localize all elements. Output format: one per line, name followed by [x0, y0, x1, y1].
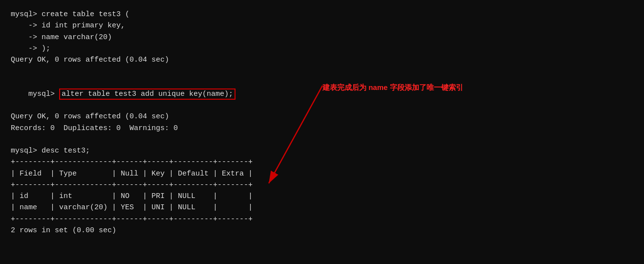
line-10: [11, 134, 633, 145]
line-3: -> name varchar(20): [11, 32, 633, 43]
line-9: Records: 0 Duplicates: 0 Warnings: 0: [11, 123, 633, 134]
line-6: [11, 66, 633, 77]
line-11: mysql> desc test3;: [11, 145, 633, 156]
line-8: Query OK, 0 rows affected (0.04 sec): [11, 111, 633, 122]
line-14: +--------+-------------+------+-----+---…: [11, 179, 633, 191]
highlighted-command: alter table test3 add unique key(name);: [59, 88, 236, 100]
terminal: mysql> create table test3 ( -> id int pr…: [0, 0, 644, 264]
line-13: | Field | Type | Null | Key | Default | …: [11, 168, 633, 179]
annotation-text: 建表完成后为 name 字段添加了唯一键索引: [322, 83, 463, 92]
line-16: | name | varchar(20) | YES | UNI | NULL …: [11, 202, 633, 213]
line-5: Query OK, 0 rows affected (0.04 sec): [11, 54, 633, 66]
line-12: +--------+-------------+------+-----+---…: [11, 156, 633, 168]
line-1: mysql> create table test3 (: [11, 9, 633, 20]
line-17: +--------+-------------+------+-----+---…: [11, 214, 633, 225]
prompt-7: mysql>: [28, 90, 59, 98]
line-2: -> id int primary key,: [11, 20, 633, 31]
line-4: -> );: [11, 43, 633, 54]
line-18: 2 rows in set (0.00 sec): [11, 225, 633, 236]
line-7: mysql> alter table test3 add unique key(…: [11, 77, 633, 111]
line-15: | id | int | NO | PRI | NULL | |: [11, 191, 633, 202]
